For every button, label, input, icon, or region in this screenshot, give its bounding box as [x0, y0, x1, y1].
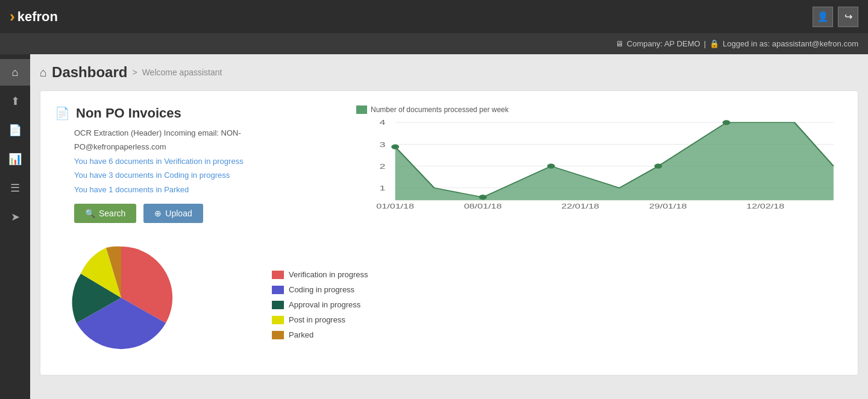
company-label: Company: AP DEMO	[627, 39, 700, 48]
legend-item-verification: Verification in progress	[272, 270, 368, 279]
main-card: 📄 Non PO Invoices OCR Extraction (Header…	[40, 90, 858, 375]
document-icon: 📄	[8, 124, 22, 137]
card-left: 📄 Non PO Invoices OCR Extraction (Header…	[55, 105, 332, 223]
main-layout: ⌂ ⬆ 📄 📊 ☰ ➤ ⌂ Dashboard > Welcome apassi…	[0, 54, 868, 399]
upload-button[interactable]: ⊕ Upload	[143, 204, 203, 223]
profile-icon: 👤	[817, 11, 829, 22]
svg-text:2: 2	[380, 163, 386, 170]
card-buttons: 🔍 Search ⊕ Upload	[74, 204, 332, 223]
card-meta: OCR Extraction (Header) Incoming email: …	[74, 126, 332, 196]
home-icon: ⌂	[12, 66, 19, 79]
legend-label-post: Post in progress	[289, 315, 345, 324]
legend-label-verification: Verification in progress	[289, 270, 368, 279]
legend-color-approval	[272, 301, 284, 309]
user-icon: 🔒	[709, 39, 719, 48]
arrow-icon: ➤	[11, 210, 20, 224]
svg-text:08/01/18: 08/01/18	[464, 203, 502, 210]
chart-legend-box	[356, 105, 367, 114]
sidebar-item-home[interactable]: ⌂	[0, 59, 30, 86]
chart-title: Number of documents processed per week	[356, 105, 843, 114]
ocr-label: OCR Extraction (Header)	[74, 128, 162, 137]
logo: › kefron	[10, 7, 58, 26]
chart-legend-label: Number of documents processed per week	[371, 105, 509, 114]
search-btn-label: Search	[99, 209, 125, 218]
logout-button[interactable]: ↪	[838, 7, 858, 27]
invoice-title: 📄 Non PO Invoices	[55, 105, 332, 121]
svg-point-9	[391, 144, 399, 149]
svg-point-12	[654, 163, 662, 168]
line-chart: 4 3 2 1 0	[356, 116, 843, 213]
company-icon: 🖥	[615, 39, 623, 48]
top-bar: › kefron 👤 ↪	[0, 0, 868, 33]
top-right-icons: 👤 ↪	[813, 7, 858, 27]
breadcrumb-subtitle: Welcome apassistant	[142, 68, 222, 77]
logo-name: kefron	[17, 9, 58, 25]
verification-link[interactable]: You have 6 documents in Verification in …	[74, 154, 332, 168]
pie-chart	[55, 237, 187, 358]
coding-link[interactable]: You have 3 documents in Coding in progre…	[74, 168, 332, 182]
legend-item-coding: Coding in progress	[272, 285, 368, 294]
sub-header: 🖥 Company: AP DEMO | 🔒 Logged in as: apa…	[0, 33, 868, 54]
legend-label-approval: Approval in progress	[289, 300, 360, 309]
upload-btn-label: Upload	[165, 209, 192, 218]
parked-link[interactable]: You have 1 documents in Parked	[74, 183, 332, 196]
upload-circle-icon: ⊕	[154, 209, 162, 218]
svg-point-10	[479, 195, 487, 200]
legend-section: Verification in progress Coding in progr…	[272, 237, 368, 360]
legend-color-coding	[272, 286, 284, 294]
logged-in-label: Logged in as: apassistant@kefron.com	[723, 39, 858, 48]
logout-icon: ↪	[844, 11, 852, 22]
svg-point-11	[547, 163, 555, 168]
sidebar: ⌂ ⬆ 📄 📊 ☰ ➤	[0, 54, 30, 399]
breadcrumb: ⌂ Dashboard > Welcome apassistant	[40, 64, 858, 81]
svg-point-13	[723, 120, 731, 125]
svg-text:22/01/18: 22/01/18	[561, 203, 599, 210]
profile-button[interactable]: 👤	[813, 7, 833, 27]
logo-arrow-icon: ›	[10, 7, 15, 26]
sidebar-item-stack[interactable]: ☰	[0, 175, 30, 201]
svg-text:12/02/18: 12/02/18	[746, 203, 784, 210]
divider: |	[704, 39, 706, 48]
page-title: Dashboard	[52, 64, 127, 81]
card-bottom: Verification in progress Coding in progr…	[55, 237, 843, 360]
svg-text:3: 3	[380, 141, 386, 148]
chart-icon: 📊	[8, 152, 22, 166]
svg-text:01/01/18: 01/01/18	[376, 203, 414, 210]
invoice-title-text: Non PO Invoices	[76, 105, 181, 121]
pie-section	[55, 237, 248, 360]
sidebar-item-chart[interactable]: 📊	[0, 146, 30, 172]
svg-text:4: 4	[380, 119, 386, 127]
legend-item-post: Post in progress	[272, 315, 368, 324]
sidebar-item-arrow[interactable]: ➤	[0, 204, 30, 230]
legend-color-verification	[272, 271, 284, 279]
legend-color-parked	[272, 331, 284, 339]
legend-label-coding: Coding in progress	[289, 285, 354, 294]
card-header: 📄 Non PO Invoices OCR Extraction (Header…	[55, 105, 843, 223]
legend-item-parked: Parked	[272, 330, 368, 339]
logo-text: › kefron	[10, 7, 58, 26]
sidebar-item-upload[interactable]: ⬆	[0, 88, 30, 115]
legend-label-parked: Parked	[289, 330, 313, 339]
svg-text:1: 1	[380, 184, 386, 192]
breadcrumb-separator: >	[132, 68, 137, 77]
invoice-icon: 📄	[55, 106, 70, 121]
main-content: ⌂ Dashboard > Welcome apassistant 📄 Non …	[30, 54, 868, 399]
legend-color-post	[272, 316, 284, 324]
legend-item-approval: Approval in progress	[272, 300, 368, 309]
svg-marker-8	[395, 122, 834, 200]
search-icon: 🔍	[85, 209, 95, 218]
upload-icon: ⬆	[11, 95, 20, 108]
search-button[interactable]: 🔍 Search	[74, 204, 136, 223]
sidebar-item-document[interactable]: 📄	[0, 117, 30, 143]
breadcrumb-home-icon: ⌂	[40, 66, 47, 80]
svg-text:29/01/18: 29/01/18	[649, 203, 687, 210]
card-right: Number of documents processed per week 4…	[356, 105, 843, 223]
stack-icon: ☰	[10, 181, 20, 195]
